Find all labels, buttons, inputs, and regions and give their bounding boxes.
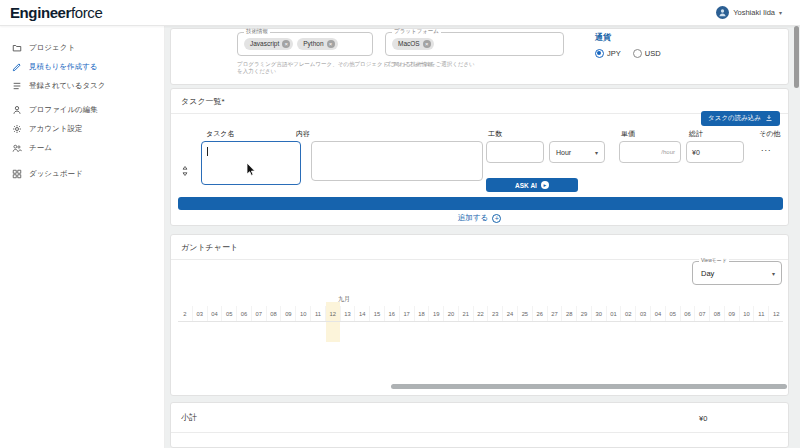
col-effort: 工数: [488, 129, 502, 139]
platform-tags: MacOS×: [386, 33, 563, 55]
gantt-day: 23: [487, 306, 502, 321]
task-name-input[interactable]: [201, 141, 301, 185]
sidebar-items: プロジェクト見積もりを作成する登録されているタスクプロファイルの編集アカウント設…: [0, 38, 164, 183]
plus-circle-icon: +: [492, 214, 501, 223]
drag-handle-icon[interactable]: [180, 163, 190, 181]
gantt-day: 07: [694, 306, 709, 321]
currency-group: 通貨 JPYUSD: [595, 32, 661, 58]
effort-unit-select[interactable]: Hour ▾: [549, 141, 605, 163]
page-vertical-scrollbar[interactable]: [794, 26, 799, 88]
chevron-down-icon: ▾: [779, 9, 782, 16]
gantt-days: 2030405060708091011121314151617181920212…: [178, 306, 783, 322]
close-circle-icon[interactable]: ×: [423, 40, 431, 48]
currency-label: 通貨: [595, 32, 661, 43]
gantt-day: 17: [399, 306, 414, 321]
logo-rest: force: [71, 4, 102, 21]
gear-icon: [12, 124, 22, 134]
gantt-day: 01: [606, 306, 621, 321]
close-circle-icon[interactable]: ×: [327, 40, 335, 48]
gantt-day: 19: [428, 306, 443, 321]
gantt-day: 28: [561, 306, 576, 321]
subtotal-label: 小計: [181, 412, 197, 423]
tech-info-field[interactable]: 技術情報 Javascript×Python×: [237, 32, 373, 56]
list-icon: [12, 81, 22, 91]
platform-field[interactable]: プラットフォーム MacOS×: [385, 32, 564, 56]
gantt-day: 13: [340, 306, 355, 321]
gantt-day: 07: [251, 306, 266, 321]
load-tasks-button[interactable]: タスクの読み込み: [701, 111, 780, 126]
gantt-title: ガントチャート: [171, 235, 788, 260]
gantt-day: 08: [266, 306, 281, 321]
chevron-down-icon: ▾: [595, 149, 598, 156]
gantt-day: 05: [665, 306, 680, 321]
gantt-day: 24: [502, 306, 517, 321]
text-caret: [207, 147, 208, 156]
sidebar-item-registered-tasks[interactable]: 登録されているタスク: [0, 76, 164, 95]
gantt-day: 04: [650, 306, 665, 321]
gantt-card: ガントチャート Viewモード Day ▾ 九月 203040506070809…: [170, 234, 789, 396]
tech-tags: Javascript×Python×: [238, 33, 372, 55]
gantt-day: 12: [768, 306, 783, 321]
gantt-day: 03: [635, 306, 650, 321]
tech-info-label: 技術情報: [244, 29, 270, 35]
unit-price-input[interactable]: /hour: [619, 141, 681, 163]
view-mode-label: Viewモード: [699, 258, 729, 263]
gantt-day: 09: [724, 306, 739, 321]
team-icon: [12, 143, 22, 153]
import-icon: [765, 114, 773, 123]
row-more-button[interactable]: ...: [761, 143, 772, 153]
price-suffix: /hour: [661, 149, 675, 155]
gantt-day: 03: [192, 306, 207, 321]
pencil-icon: [12, 62, 22, 72]
gantt-day: 04: [207, 306, 222, 321]
task-list-card: タスク一覧* タスクの読み込み タスク名 内容 工数 単価 総計 その他 Hou…: [170, 88, 789, 226]
add-task-button[interactable]: 追加する +: [171, 213, 788, 223]
gantt-day: 14: [354, 306, 369, 321]
col-task-name: タスク名: [206, 129, 235, 139]
task-footer-bar: [178, 197, 783, 210]
view-mode-value: Day: [701, 269, 714, 278]
view-mode-select[interactable]: Viewモード Day ▾: [692, 261, 782, 285]
sidebar-item-account-settings[interactable]: アカウント設定: [0, 119, 164, 138]
close-circle-icon[interactable]: ×: [282, 40, 290, 48]
grid-icon: [12, 169, 22, 179]
gantt-timeline: 九月 2030405060708091011121314151617181920…: [178, 293, 783, 322]
sidebar-item-create-estimate[interactable]: 見積もりを作成する: [0, 57, 164, 76]
currency-radio-usd[interactable]: USD: [633, 49, 661, 58]
gantt-month-label: 九月: [338, 295, 350, 304]
currency-radio-jpy[interactable]: JPY: [595, 49, 621, 58]
gantt-day: 20: [443, 306, 458, 321]
gantt-day: 30: [591, 306, 606, 321]
gantt-day: 08: [709, 306, 724, 321]
task-list-title: タスク一覧*: [171, 89, 788, 114]
sidebar-item-team[interactable]: チーム: [0, 138, 164, 157]
gantt-day: 22: [473, 306, 488, 321]
user-avatar: [716, 6, 729, 19]
gantt-day: 02: [620, 306, 635, 321]
sidebar-item-edit-profile[interactable]: プロファイルの編集: [0, 100, 164, 119]
gantt-day: 2: [178, 306, 192, 321]
gantt-day: 25: [517, 306, 532, 321]
task-content-textarea[interactable]: [311, 141, 483, 181]
gantt-horizontal-scrollbar[interactable]: [391, 384, 787, 389]
project-info-card: 技術情報 Javascript×Python× プログラミング言語やフレームワー…: [170, 28, 789, 85]
sidebar-item-dashboard[interactable]: ダッシュボード: [0, 164, 164, 183]
gantt-day: 11: [753, 306, 768, 321]
gantt-day: 11: [310, 306, 325, 321]
person-icon: [12, 105, 22, 115]
user-name: Yoshiaki Iida: [733, 8, 775, 17]
effort-input[interactable]: [486, 141, 544, 163]
folder-icon: [12, 43, 22, 53]
col-other: その他: [759, 129, 780, 139]
col-unit-price: 単価: [621, 129, 635, 139]
user-menu[interactable]: Yoshiaki Iida ▾: [716, 6, 782, 19]
gantt-day: 29: [576, 306, 591, 321]
gantt-day: 26: [532, 306, 547, 321]
platform-label: プラットフォーム: [392, 29, 441, 35]
send-icon: ▸: [541, 181, 549, 189]
gantt-day: 05: [221, 306, 236, 321]
gantt-day: 27: [547, 306, 562, 321]
sidebar-item-projects[interactable]: プロジェクト: [0, 38, 164, 57]
ask-ai-button[interactable]: ASK AI ▸: [486, 178, 578, 192]
platform-helper-text: プラットフォームをご選択ください: [385, 61, 565, 68]
